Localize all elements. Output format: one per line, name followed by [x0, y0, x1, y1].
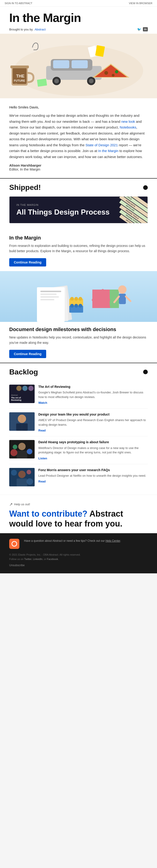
backlog-title: Backlog — [9, 368, 38, 376]
svg-point-62 — [27, 470, 31, 474]
backlog-item-desc-2: AMEX VP of Product Design and Research E… — [38, 418, 148, 427]
follow-label: Follow us on — [9, 558, 24, 560]
facebook-footer-link[interactable]: Facebook — [47, 558, 58, 560]
header: In the Margin Brought to you by Abstract… — [0, 7, 157, 34]
page-title: In the Margin — [9, 11, 148, 25]
thumb-label-2: Reviewing — [11, 399, 22, 401]
feature-card-inner: In the Margin All Things Design Process … — [9, 196, 148, 223]
backlog-item: Fonz Morris answers your user research F… — [9, 464, 148, 490]
svg-point-58 — [18, 471, 26, 478]
new-look-link[interactable]: new look — [121, 120, 135, 123]
backlog-thumb-1: Abstract The Art of Reviewing — [9, 384, 35, 403]
signature-name: Alison Harshbarger — [9, 163, 148, 167]
footer: Have a question about Abstract or need a… — [0, 533, 157, 574]
backlog-item: Abstract The Art of Reviewing The Art of… — [9, 381, 148, 409]
svg-point-52 — [18, 443, 26, 450]
diagonal-tags: QUOTES TOOLS PODCASTS ARTICLES DESIGN TO… — [115, 196, 148, 223]
svg-point-35 — [70, 297, 74, 301]
svg-rect-33 — [40, 299, 54, 300]
svg-point-21 — [115, 70, 118, 73]
article1-section: In the Margin From research to explorati… — [0, 230, 157, 271]
thumb-subtitle: Abstract — [11, 394, 18, 396]
notebooks-link[interactable]: Notebooks — [120, 125, 136, 129]
svg-text:OF: OF — [14, 83, 18, 85]
backlog-content-3: David Hoang says prototyping is about fa… — [38, 440, 148, 460]
backlog-action-1[interactable]: Watch — [38, 401, 47, 404]
backlog-item-title-1: The Art of Reviewing — [38, 384, 148, 389]
cta-section: ↗ Help us out! Want to contribute? Abstr… — [0, 495, 157, 533]
view-browser-link[interactable]: VIEW IN BROWSER — [129, 2, 152, 5]
backlog-item-desc-4: Lead Product Designer at Netflix on how … — [38, 473, 148, 478]
shipped-dot — [143, 185, 148, 190]
linkedin-icon[interactable]: in — [143, 27, 148, 31]
article1-continue-btn[interactable]: Continue Reading — [9, 258, 46, 267]
abstract-logo — [9, 539, 20, 549]
svg-point-36 — [74, 297, 78, 301]
backlog-action-3[interactable]: Listen — [38, 457, 47, 460]
article2-section: Document design milestones with decision… — [0, 322, 157, 363]
in-margin-link[interactable]: In the Margin — [98, 149, 119, 153]
svg-point-39 — [70, 304, 74, 308]
arrow-icon: ↗ — [9, 502, 13, 507]
twitter-footer-link[interactable]: Twitter — [24, 558, 32, 560]
svg-rect-24 — [37, 79, 47, 87]
article1-desc: From research to exploration and buildin… — [9, 243, 148, 254]
state-design-link[interactable]: State of Design 2021 — [86, 143, 118, 147]
thumb-faces — [16, 385, 34, 391]
svg-rect-43 — [119, 294, 126, 304]
sign-in-link[interactable]: SIGN IN TO ABSTRACT — [5, 2, 32, 5]
svg-rect-31 — [40, 294, 57, 294]
header-subtitle: Brought to you by Abstract 🐦 in — [9, 27, 148, 31]
intro-text: We've missed rounding up the latest desi… — [9, 113, 148, 160]
twitter-icon[interactable]: 🐦 — [137, 27, 141, 31]
article1-title: In the Margin — [9, 235, 148, 241]
backlog-action-4[interactable]: Read — [38, 480, 46, 483]
backlog-item-desc-3: Webflow's Director of Design makes a str… — [38, 446, 148, 455]
svg-rect-32 — [40, 297, 59, 298]
social-icons: 🐦 in — [137, 27, 148, 31]
svg-rect-53 — [17, 451, 27, 459]
article2-desc: New updates in Notebooks help you record… — [9, 335, 148, 345]
svg-point-19 — [104, 71, 108, 75]
svg-point-56 — [13, 444, 17, 449]
svg-text:MEOW: MEOW — [13, 85, 22, 89]
backlog-thumb-3 — [9, 440, 35, 459]
backlog-dot — [143, 370, 148, 374]
thumb-face-3 — [28, 385, 34, 391]
svg-rect-61 — [27, 478, 33, 485]
svg-rect-59 — [17, 478, 27, 486]
backlog-action-2[interactable]: Read — [38, 429, 46, 432]
cta-title: Want to contribute? Abstract would love … — [9, 509, 148, 529]
abstract-link[interactable]: Abstract — [35, 28, 46, 31]
backlog-item: David Hoang says prototyping is about fa… — [9, 436, 148, 464]
svg-point-20 — [112, 74, 115, 76]
unsubscribe-link[interactable]: Unsubscribe — [9, 563, 25, 567]
svg-rect-4 — [10, 65, 29, 68]
help-center-link[interactable]: Help Center — [105, 539, 120, 542]
svg-rect-60 — [11, 470, 17, 475]
svg-point-37 — [78, 297, 82, 301]
thumb-face-2 — [22, 385, 28, 391]
cta-help-text: ↗ Help us out! — [9, 502, 148, 507]
svg-point-16 — [89, 79, 94, 83]
linkedin-footer-link[interactable]: LinkedIn — [33, 558, 43, 560]
footer-top: Have a question about Abstract or need a… — [9, 539, 148, 549]
svg-rect-30 — [40, 291, 61, 292]
backlog-thumb-2 — [9, 412, 35, 431]
svg-point-40 — [74, 304, 78, 308]
footer-help-text: Have a question about Abstract or need a… — [24, 539, 121, 543]
shipped-header: Shipped! — [0, 178, 157, 196]
backlog-item: Design your team like you would your pro… — [9, 409, 148, 436]
svg-point-55 — [27, 449, 32, 454]
svg-rect-11 — [53, 60, 69, 68]
svg-point-41 — [78, 304, 82, 308]
svg-point-14 — [54, 79, 59, 83]
backlog-item-title-3: David Hoang says prototyping is about fa… — [38, 440, 148, 444]
article2-title: Document design milestones with decision… — [9, 327, 148, 333]
cta-blue-text[interactable]: Want to contribute? — [9, 509, 88, 519]
article2-image — [0, 271, 157, 322]
signature: Alison Harshbarger Editor, In the Margin — [9, 163, 148, 171]
article2-continue-btn[interactable]: Continue Reading — [9, 350, 46, 358]
backlog-item-title-2: Design your team like you would your pro… — [38, 412, 148, 416]
feature-card: In the Margin All Things Design Process … — [9, 196, 148, 223]
